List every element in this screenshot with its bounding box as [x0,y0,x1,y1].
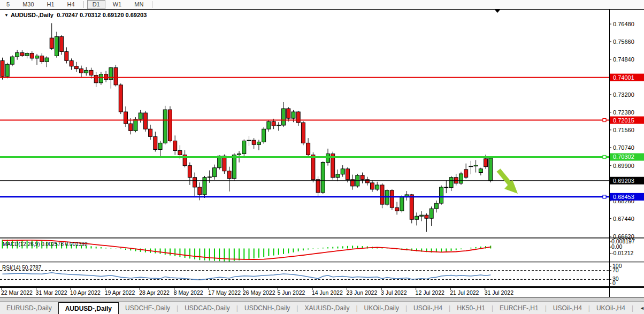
candle-body [341,169,344,174]
candle-body [415,216,418,219]
candle-body [10,57,14,64]
symbol-tab-eurchf-h1[interactable]: EURCHF-,H1 [493,302,545,314]
date-label: 28 Apr 2022 [139,289,170,296]
candle-body [1,60,4,76]
timeframe-button-h4[interactable]: H4 [62,0,80,9]
symbol-tab-usoil-h4[interactable]: USOil-,H4 [407,302,449,314]
hline-handle[interactable] [603,195,606,198]
candle-body [346,169,349,180]
symbol-tab-eurusd-daily[interactable]: EURUSD-,Daily [0,302,58,314]
candle-body [188,166,191,178]
price-badge-label: 0.68453 [613,194,634,200]
symbol-tab-ukoil-daily[interactable]: UKOil-,Daily [358,302,405,314]
candle-body [237,154,241,155]
candle-body [247,140,251,141]
timeframe-toolbar: 5M30H1H4D1W1MN [0,0,644,9]
date-label: 21 Jul 2022 [450,289,479,296]
candle-body [232,155,236,179]
symbol-dropdown-icon[interactable]: ▼ [4,13,9,18]
candle-body [440,187,443,203]
candle-body [316,180,320,193]
terminal-window: 5M30H1H4D1W1MN 0.764800.756600.748400.73… [0,0,644,314]
price-tick-label: 0.71560 [613,127,634,133]
candle-body [479,169,482,173]
price-tick-label: 0.70740 [613,144,634,151]
timeframe-button-d1[interactable]: D1 [87,0,105,9]
macd-axis-label: 0.00 [611,243,623,250]
chart-background [0,9,644,297]
candle-body [469,166,473,166]
date-label: 19 Apr 2022 [105,289,135,296]
candle-body [375,185,379,189]
price-tick-label: 0.72380 [613,109,634,116]
date-label: 3 Jul 2022 [381,289,407,296]
timeframe-button-h1[interactable]: H1 [42,0,60,9]
candle-body [242,141,246,154]
price-tick-label: 0.69900 [613,163,634,169]
candle-body [262,129,266,142]
candle-body [459,174,463,183]
candle-body [444,187,448,188]
candle-body [129,124,133,131]
candle-body [20,52,24,56]
symbol-tab-audusd-daily[interactable]: AUDUSD-,Daily [58,302,119,314]
candle-body [35,56,39,58]
chart-canvas[interactable]: 0.764800.756600.748400.732000.723800.715… [0,9,644,297]
candle-body [60,36,64,51]
price-badge-label: 0.70302 [613,154,634,160]
candle-body [484,159,488,167]
price-badge-label: 0.72015 [613,117,634,124]
candle-body [149,129,152,136]
price-badge-label: 0.69203 [613,178,634,184]
candle-body [143,113,147,129]
symbol-tab-ukoil-h4[interactable]: UKOil-,H4 [590,302,632,314]
candle-body [114,68,118,85]
hline-handle[interactable] [603,119,606,122]
candle-body [311,155,315,180]
candle-body [449,178,453,188]
candle-body [336,174,340,178]
date-label: 14 Jun 2022 [312,289,343,296]
candle-body [371,183,374,189]
timeframe-button-5[interactable]: 5 [1,0,15,9]
hline-handle[interactable] [603,155,606,158]
candle-body [287,109,290,118]
candle-body [16,52,19,57]
candle-body [65,51,68,60]
chart-title-symbol: AUDUSD-,Daily [11,12,53,18]
rsi-axis-label: 0 [612,280,616,286]
symbol-tab-usdcnh-daily[interactable]: USDCNH-,Daily [238,302,296,314]
candle-body [425,215,428,218]
date-label: 31 Jul 2022 [485,289,513,296]
candle-body [158,143,162,149]
date-label: 8 May 2022 [174,289,203,296]
symbol-tab-usdchf-daily[interactable]: USDCHF-,Daily [119,302,177,314]
candle-body [420,215,424,216]
candle-body [361,175,364,180]
candle-body [139,113,142,119]
candle-body [40,56,44,62]
candle-body [94,75,98,83]
macd-indicator-label: MACD(12,26,9) 0.002578 0.001392 [3,241,87,247]
candle-body [321,163,325,193]
timeframe-button-m30[interactable]: M30 [17,0,39,9]
candle-body [70,60,73,66]
candle-body [301,122,305,143]
candle-body [55,36,58,56]
candle-body [30,53,34,58]
candle-body [154,136,157,149]
symbol-tab-usoil-h4[interactable]: USOil-,H4 [547,302,588,314]
candle-body [124,112,128,124]
symbol-tab-usdcad-daily[interactable]: USDCAD-,Daily [178,302,236,314]
date-label: 31 Mar 2022 [36,289,67,296]
tab-scroll-left-icon[interactable]: ◄ [640,305,644,311]
candle-body [168,110,172,141]
date-label: 22 Mar 2022 [1,289,33,296]
date-label: 17 May 2022 [208,289,241,296]
candle-body [395,208,399,211]
symbol-tab-xauusd-daily[interactable]: XAUUSD-,Daily [298,302,356,314]
symbol-tab-hk50-h1[interactable]: HK50-,H1 [450,302,492,314]
timeframe-button-w1[interactable]: W1 [108,0,127,9]
date-label: 10 Apr 2022 [70,289,101,296]
timeframe-button-mn[interactable]: MN [129,0,149,9]
